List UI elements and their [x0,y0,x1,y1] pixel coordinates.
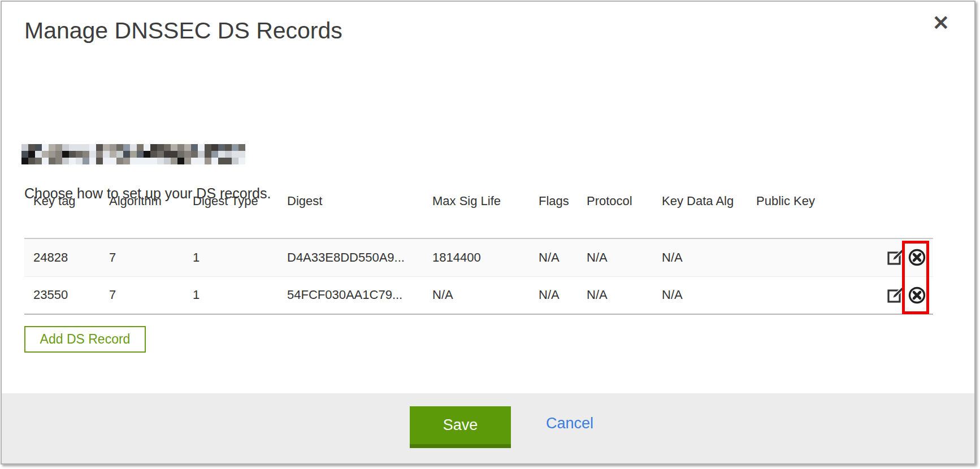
cell-key-data-alg: N/A [662,238,756,276]
col-header-algorithm: Algorithm [109,190,193,238]
row-actions [861,238,933,276]
col-header-protocol: Protocol [587,190,662,238]
col-header-flags: Flags [539,190,587,238]
close-icon[interactable]: ✕ [933,13,949,33]
col-header-key-data-alg: Key Data Alg [662,190,756,238]
edit-record-icon[interactable] [886,248,905,267]
cell-digest: D4A33E8DD550A9... [287,238,432,276]
cell-flags: N/A [539,276,587,314]
cell-protocol: N/A [587,276,662,314]
delete-record-icon[interactable] [908,248,926,267]
row-actions [861,276,933,314]
manage-dnssec-dialog: Manage DNSSEC DS Records ✕ Choose how to… [1,1,975,464]
cell-algorithm: 7 [109,276,193,314]
cell-public-key [756,238,861,276]
col-header-public-key: Public Key [756,190,861,238]
cell-algorithm: 7 [109,238,193,276]
page-title: Manage DNSSEC DS Records [24,18,342,44]
table-header-row: Key tag Algorithm Digest Type Digest Max… [24,190,933,238]
cell-max-sig-life: 1814400 [432,238,539,276]
cell-flags: N/A [539,238,587,276]
cell-key-tag: 24828 [24,238,109,276]
col-header-max-sig-life: Max Sig Life [432,190,539,238]
delete-record-icon[interactable] [908,286,926,305]
cell-protocol: N/A [587,238,662,276]
redacted-domain [21,144,245,164]
cell-digest-type: 1 [193,276,287,314]
cell-key-data-alg: N/A [662,276,756,314]
cell-digest: 54FCF030AA1C79... [287,276,432,314]
edit-record-icon[interactable] [886,286,905,305]
cell-key-tag: 23550 [24,276,109,314]
ds-records-table: Key tag Algorithm Digest Type Digest Max… [24,190,933,315]
cell-digest-type: 1 [193,238,287,276]
table-row: 23550 7 1 54FCF030AA1C79... N/A N/A N/A … [24,276,933,314]
cancel-link[interactable]: Cancel [546,415,593,432]
save-button[interactable]: Save [410,406,511,448]
table-row: 24828 7 1 D4A33E8DD550A9... 1814400 N/A … [24,238,933,276]
dialog-footer: Save Cancel [2,393,974,463]
cell-max-sig-life: N/A [432,276,539,314]
col-header-actions [861,190,933,238]
add-ds-record-button[interactable]: Add DS Record [24,326,146,353]
col-header-key-tag: Key tag [24,190,109,238]
col-header-digest-type: Digest Type [193,190,287,238]
cell-public-key [756,276,861,314]
col-header-digest: Digest [287,190,432,238]
